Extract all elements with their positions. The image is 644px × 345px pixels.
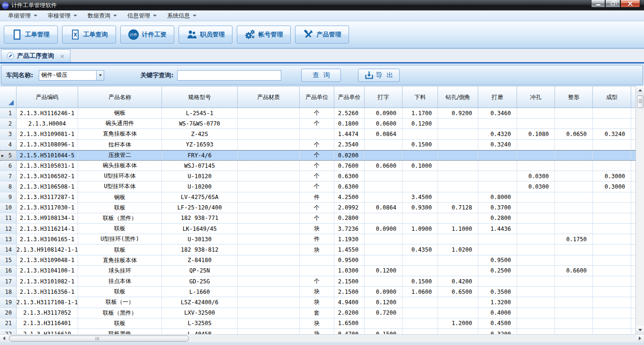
row-number[interactable]: 10 (0, 203, 17, 213)
table-row-20[interactable]: 202.1.3.H3117052联板（黑件）LXV-32500套2.02000.… (0, 308, 635, 318)
row-number[interactable]: 19 (0, 297, 17, 307)
menu-item-4[interactable]: 信息管理 (122, 10, 162, 21)
column-header-price[interactable]: 产品单价 (334, 87, 365, 108)
row-number[interactable]: 11 (0, 213, 17, 223)
piecework-wage-button[interactable]: 计件 计件工资 (120, 26, 174, 44)
menu-item-5[interactable]: 系统信息 (162, 10, 202, 21)
horizontal-scroll-thumb[interactable] (9, 336, 189, 342)
tab-label: 产品工序查询 (17, 52, 54, 60)
cell-filler (631, 171, 635, 181)
table-row-10[interactable]: 102.1.3.H3117030-1联板LF-25-120/400个2.0992… (0, 203, 635, 213)
keyword-input[interactable] (177, 70, 281, 81)
table-row-2[interactable]: 22.1.3.H0004碗头通用件WS-7&WS-0770个0.18000.06… (0, 118, 635, 129)
scroll-left-button[interactable] (0, 335, 8, 343)
workshop-dropdown-button[interactable] (96, 71, 104, 80)
scroll-up-button[interactable] (636, 86, 644, 94)
workorder-manage-button[interactable]: 工单管理 (4, 26, 58, 44)
table-row-15[interactable]: 152.1.3.H3109048-1直角挂板本体Z-841800.95000.9… (0, 255, 635, 266)
column-header-spec[interactable]: 规格型号 (162, 87, 238, 108)
query-button[interactable]: 查 询 (301, 69, 341, 82)
column-header-dazi[interactable]: 打字 (365, 87, 402, 108)
table-row-5[interactable]: ▶52.1.5.H5101044-5压接管二FRY-4/6个0.0200 (0, 150, 635, 161)
cell-chengxing (593, 287, 631, 297)
row-number[interactable]: 17 (0, 276, 17, 286)
cell-filler (631, 118, 635, 128)
row-number[interactable]: 14 (0, 245, 17, 254)
cell-name: 联板（一） (78, 297, 162, 307)
staff-manage-button[interactable]: 职员管理 (179, 26, 233, 44)
table-row-9[interactable]: 92.1.3.H3117287-1钢板LV-4275/6SA件4.25003.4… (0, 192, 635, 203)
row-number[interactable]: 9 (0, 192, 17, 202)
row-number[interactable]: ▶5 (0, 151, 17, 160)
vertical-scrollbar[interactable] (635, 86, 644, 334)
row-number[interactable]: 6 (0, 161, 17, 171)
table-row-1[interactable]: 12.1.3.H3116246-1钢板L-2545-1个2.52600.0900… (0, 108, 635, 118)
row-number[interactable]: 2 (0, 118, 17, 128)
row-number[interactable]: 12 (0, 224, 17, 234)
menu-item-2[interactable]: 审核管理 (43, 10, 82, 21)
row-number[interactable]: 8 (0, 182, 17, 191)
row-number[interactable]: 3 (0, 129, 17, 139)
window-title: 计件工单管理软件 (11, 1, 57, 9)
table-row-19[interactable]: 192.1.3.H3117108-1-1联板（一）LSZ-42400/6块4.9… (0, 297, 635, 308)
table-row-8[interactable]: 82.1.3.H3106508-1U型挂环本体U-10200个0.63000.0… (0, 182, 635, 192)
row-number[interactable]: 7 (0, 171, 17, 181)
column-header-zhengxing[interactable]: 整形 (555, 87, 593, 108)
row-number[interactable]: 18 (0, 287, 17, 297)
scroll-right-button[interactable] (636, 335, 644, 343)
close-button[interactable] (620, 0, 640, 8)
cell-spec: L-2545-1 (162, 108, 238, 118)
row-number[interactable]: 22 (0, 329, 17, 334)
column-header-name[interactable]: 产品名称 (78, 87, 162, 108)
workshop-select[interactable]: 钢件-锻压 (39, 70, 104, 81)
scroll-down-button[interactable] (636, 326, 644, 334)
svg-text:X: X (73, 32, 77, 37)
cell-chongkong (517, 213, 555, 223)
row-number[interactable]: 4 (0, 140, 17, 150)
row-number[interactable]: 13 (0, 234, 17, 244)
tab-product-process-query[interactable]: 产品工序查询 × (1, 49, 71, 62)
table-row-3[interactable]: 32.1.3.H3109081-1直角挂板本体Z-42S1.44740.0864… (0, 129, 635, 139)
table-row-4[interactable]: 42.1.3.H3108096-1拉杆本体YZ-16593个2.35400.15… (0, 140, 635, 150)
tab-close-icon[interactable]: × (60, 53, 65, 60)
table-row-18[interactable]: 182.1.3.H3116356-1联板L-1660块2.15000.09001… (0, 287, 635, 297)
table-row-17[interactable]: 172.1.3.H3101082-1挂点本体GD-25G个2.15000.150… (0, 276, 635, 287)
row-number[interactable]: 21 (0, 318, 17, 328)
table-row-7[interactable]: 72.1.3.H3106502-1U型挂环本体U-10120个0.63000.0… (0, 171, 635, 182)
table-row-11[interactable]: 112.1.3.H9108134-1联板（黑件）182 938-771个0.28… (0, 213, 635, 224)
table-row-22[interactable]: 222.1.3.H3116619联板黑件L-4045B块0.47000.1500… (0, 329, 635, 334)
vertical-scroll-thumb[interactable] (637, 95, 644, 108)
column-header-code[interactable]: 产品编码 (17, 87, 78, 108)
column-header-unit[interactable]: 产品单位 (300, 87, 334, 108)
table-row-14[interactable]: 142.1.3.H9108142-1-1联板182 938-812块1.4550… (0, 245, 635, 255)
row-number-label: 9 (9, 194, 12, 200)
row-number[interactable]: 15 (0, 255, 17, 265)
column-header-chengxing[interactable]: 成型 (593, 87, 631, 108)
product-manage-button[interactable]: 产品管理 (295, 26, 349, 44)
column-header-material[interactable]: 产品材质 (238, 87, 300, 108)
restore-button[interactable] (605, 0, 620, 8)
row-number[interactable]: 1 (0, 108, 17, 118)
horizontal-scrollbar[interactable] (0, 334, 644, 342)
cell-xialiao (402, 171, 438, 181)
table-row-21[interactable]: 212.1.3.H3116401联板L-3250S块1.65001.20000.… (0, 318, 635, 329)
column-header-xialiao[interactable]: 下料 (402, 87, 438, 108)
table-row-13[interactable]: 132.1.3.H3106165-1U型挂环(黑件)U-30130件1.1930… (0, 234, 635, 245)
column-header-chongkong[interactable]: 冲孔 (517, 87, 555, 108)
table-row-12[interactable]: 122.1.3.H3116214-1联板LK-1649/45块3.72360.0… (0, 224, 635, 234)
menu-item-3[interactable]: 数据查询 (82, 10, 122, 21)
menu-item-1[interactable]: 单据管理 (3, 10, 43, 21)
workorder-query-button[interactable]: X 工单查询 (62, 26, 116, 44)
cell-dazi (365, 182, 402, 191)
row-number[interactable]: 20 (0, 308, 17, 318)
minimize-button[interactable] (591, 0, 605, 8)
select-all-corner[interactable] (0, 87, 17, 108)
row-number-label: 20 (5, 309, 12, 316)
column-header-zuankong-daojiao[interactable]: 钻孔/倒角 (438, 87, 478, 108)
column-header-damo[interactable]: 打磨 (478, 87, 517, 108)
export-button[interactable]: 导 出 (358, 69, 400, 82)
row-number[interactable]: 16 (0, 266, 17, 276)
table-row-16[interactable]: 162.1.3.H3104100-1球头挂环QP-25N1.03000.1200… (0, 266, 635, 276)
account-manage-button[interactable]: 帐号管理 (237, 26, 291, 44)
table-row-6[interactable]: 62.1.3.H3105031-1碗头挂板本体WSJ-07145个0.76000… (0, 161, 635, 171)
